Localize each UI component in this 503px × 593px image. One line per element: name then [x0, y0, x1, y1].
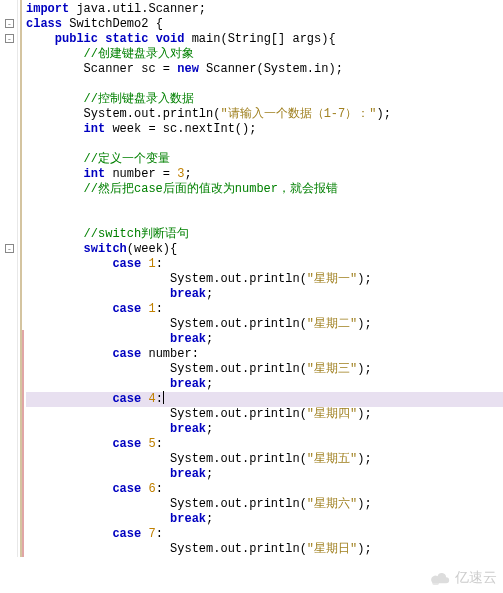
token-ident: week = sc.nextInt(); [105, 122, 256, 136]
code-line[interactable]: case 5: [26, 437, 503, 452]
code-line[interactable]: int week = sc.nextInt(); [26, 122, 503, 137]
token-kw: case [112, 482, 141, 496]
token-ident: ; [184, 167, 191, 181]
token-kw: case [112, 257, 141, 271]
token-ident: number = [105, 167, 177, 181]
code-line[interactable]: public static void main(String[] args){ [26, 32, 503, 47]
token-string: "请输入一个数据（1-7）：" [220, 107, 376, 121]
token-num: 1 [148, 302, 155, 316]
code-line[interactable]: //定义一个变量 [26, 152, 503, 167]
token-comment: //定义一个变量 [84, 152, 170, 166]
cloud-icon [429, 571, 451, 585]
code-line[interactable]: int number = 3; [26, 167, 503, 182]
code-editor[interactable]: --- import java.util.Scanner;class Switc… [0, 0, 503, 557]
code-line[interactable]: System.out.println("请输入一个数据（1-7）："); [26, 107, 503, 122]
code-line[interactable]: case 4: [26, 392, 503, 407]
code-line[interactable] [26, 137, 503, 152]
token-kw: int [84, 167, 106, 181]
token-kw: import [26, 2, 69, 16]
code-line[interactable]: break; [26, 377, 503, 392]
code-line[interactable]: Scanner sc = new Scanner(System.in); [26, 62, 503, 77]
token-kw: break [170, 332, 206, 346]
code-line[interactable]: //创建键盘录入对象 [26, 47, 503, 62]
token-kw: break [170, 377, 206, 391]
token-string: "星期四" [307, 407, 357, 421]
token-comment: //switch判断语句 [84, 227, 190, 241]
token-string: "星期二" [307, 317, 357, 331]
token-kw: int [84, 122, 106, 136]
token-kw: class [26, 17, 62, 31]
token-ident: ; [206, 422, 213, 436]
token-kw: case [112, 392, 141, 406]
token-kw: case [112, 527, 141, 541]
token-ident: : [156, 392, 163, 406]
token-ident: main(String[] args) [184, 32, 328, 46]
code-line[interactable]: switch(week){ [26, 242, 503, 257]
token-string: "星期五" [307, 452, 357, 466]
code-line[interactable]: class SwitchDemo2 { [26, 17, 503, 32]
token-ident: System.out.println( [170, 497, 307, 511]
code-line[interactable]: System.out.println("星期六"); [26, 497, 503, 512]
code-line[interactable]: break; [26, 332, 503, 347]
code-line[interactable]: case 7: [26, 527, 503, 542]
editor-gutter [0, 0, 18, 557]
code-line[interactable]: //然后把case后面的值改为number，就会报错 [26, 182, 503, 197]
token-comment: //然后把case后面的值改为number，就会报错 [84, 182, 338, 196]
token-ident: ; [206, 512, 213, 526]
code-line[interactable]: break; [26, 512, 503, 527]
code-line[interactable]: System.out.println("星期一"); [26, 272, 503, 287]
code-line[interactable] [26, 197, 503, 212]
token-num: 6 [148, 482, 155, 496]
code-line[interactable]: System.out.println("星期三"); [26, 362, 503, 377]
token-ident: (week) [127, 242, 170, 256]
token-ident: System.out.println( [170, 407, 307, 421]
token-num: 1 [148, 257, 155, 271]
code-line[interactable]: break; [26, 467, 503, 482]
token-ident: number: [141, 347, 199, 361]
code-line[interactable] [26, 212, 503, 227]
token-punct: { [156, 17, 163, 31]
token-ident: ; [206, 377, 213, 391]
token-num: 7 [148, 527, 155, 541]
code-line[interactable]: break; [26, 422, 503, 437]
code-line[interactable]: case 6: [26, 482, 503, 497]
code-line[interactable]: System.out.println("星期二"); [26, 317, 503, 332]
code-line[interactable]: import java.util.Scanner; [26, 2, 503, 17]
token-ident: System.out.println( [170, 452, 307, 466]
token-string: "星期六" [307, 497, 357, 511]
token-ident: Scanner(System.in); [199, 62, 343, 76]
fold-toggle-icon[interactable]: - [5, 244, 14, 253]
token-string: "星期三" [307, 362, 357, 376]
code-line[interactable]: case 1: [26, 302, 503, 317]
fold-toggle-icon[interactable]: - [5, 34, 14, 43]
code-line[interactable]: break; [26, 287, 503, 302]
token-comment: //控制键盘录入数据 [84, 92, 194, 106]
token-ident: : [156, 257, 163, 271]
token-num: 4 [148, 392, 155, 406]
token-ident: ; [206, 467, 213, 481]
code-line[interactable] [26, 77, 503, 92]
gutter-modified-bar [22, 330, 24, 557]
fold-toggle-icon[interactable]: - [5, 19, 14, 28]
token-num: 5 [148, 437, 155, 451]
token-ident: System.out.println( [170, 362, 307, 376]
token-punct: { [170, 242, 177, 256]
code-line[interactable]: case 1: [26, 257, 503, 272]
token-ident: java.util.Scanner; [69, 2, 206, 16]
code-line[interactable]: //switch判断语句 [26, 227, 503, 242]
token-ident: ); [357, 272, 371, 286]
code-line[interactable]: case number: [26, 347, 503, 362]
code-area[interactable]: import java.util.Scanner;class SwitchDem… [26, 2, 503, 557]
token-kw: public static void [55, 32, 185, 46]
token-ident: : [156, 527, 163, 541]
code-line[interactable]: System.out.println("星期四"); [26, 407, 503, 422]
token-ident: ; [206, 287, 213, 301]
token-ident: System.out.println( [170, 542, 307, 556]
code-line[interactable]: System.out.println("星期日"); [26, 542, 503, 557]
token-ident: System.out.println( [84, 107, 221, 121]
token-ident: : [156, 482, 163, 496]
token-ident: ); [357, 317, 371, 331]
token-kw: switch [84, 242, 127, 256]
code-line[interactable]: //控制键盘录入数据 [26, 92, 503, 107]
code-line[interactable]: System.out.println("星期五"); [26, 452, 503, 467]
